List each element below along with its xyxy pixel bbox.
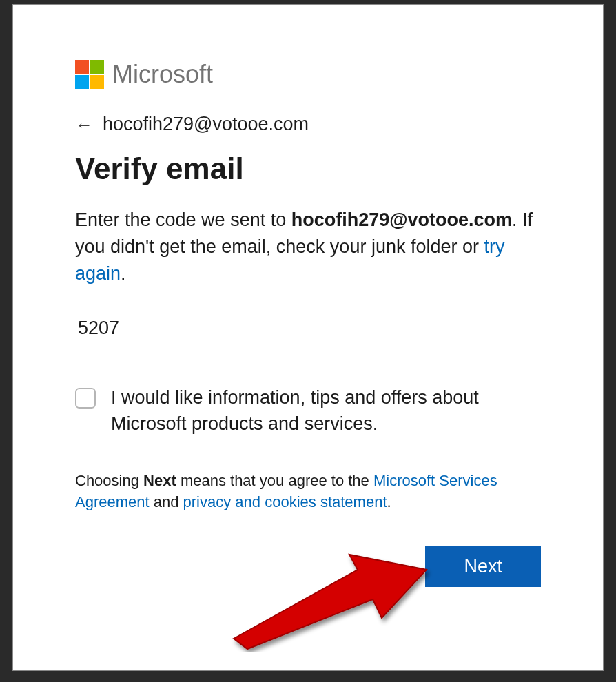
page-title: Verify email	[75, 152, 541, 186]
microsoft-logo-text: Microsoft	[112, 60, 213, 89]
privacy-cookies-link[interactable]: privacy and cookies statement	[183, 493, 387, 510]
annotation-arrow-icon	[220, 521, 447, 652]
back-arrow-icon[interactable]: ←	[75, 116, 93, 134]
agreement-next-word: Next	[143, 472, 176, 489]
back-row: ← hocofih279@votooe.com	[75, 114, 541, 135]
instruction-prefix: Enter the code we sent to	[75, 209, 291, 230]
agreement-text: Choosing Next means that you agree to th…	[75, 471, 541, 513]
marketing-optin-checkbox[interactable]	[75, 388, 96, 409]
next-button[interactable]: Next	[425, 546, 541, 587]
instruction-email: hocofih279@votooe.com	[291, 209, 512, 230]
button-row: Next	[75, 546, 541, 587]
instruction-suffix: .	[121, 263, 126, 284]
marketing-optin-row: I would like information, tips and offer…	[75, 385, 541, 437]
marketing-optin-label: I would like information, tips and offer…	[111, 385, 541, 437]
agreement-middle2: and	[150, 493, 183, 510]
microsoft-logo-icon	[75, 60, 104, 89]
account-email: hocofih279@votooe.com	[103, 114, 309, 135]
instruction-text: Enter the code we sent to hocofih279@vot…	[75, 207, 541, 287]
agreement-prefix: Choosing	[75, 472, 143, 489]
microsoft-logo: Microsoft	[75, 60, 541, 89]
verification-code-input[interactable]	[75, 312, 541, 349]
agreement-suffix: .	[387, 493, 391, 510]
verify-email-dialog: Microsoft ← hocofih279@votooe.com Verify…	[12, 4, 604, 671]
agreement-middle1: means that you agree to the	[176, 472, 373, 489]
